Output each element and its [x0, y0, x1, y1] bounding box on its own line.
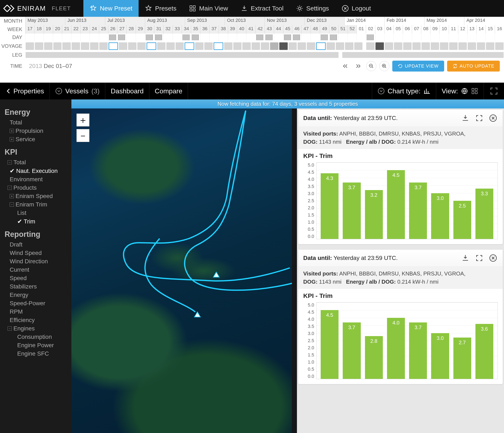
timeline-day[interactable]: [71, 34, 81, 41]
leg-segment[interactable]: [26, 52, 339, 58]
timeline-day[interactable]: [384, 34, 394, 41]
timeline-day[interactable]: [292, 34, 301, 41]
timeline-day[interactable]: [209, 34, 219, 41]
timeline-day[interactable]: [90, 34, 99, 41]
timeline-week[interactable]: 20: [53, 25, 62, 34]
map-zoom-out[interactable]: －: [76, 129, 90, 142]
timeline-week[interactable]: 49: [320, 25, 329, 34]
timeline-voyage[interactable]: [468, 42, 476, 50]
timeline-week[interactable]: 25: [99, 25, 108, 34]
timeline-voyage[interactable]: [128, 42, 136, 50]
timeline-day[interactable]: [219, 34, 228, 41]
timeline-day[interactable]: [228, 34, 237, 41]
sidebar-item-wind-direction[interactable]: Wind Direction: [5, 257, 69, 266]
map-panel[interactable]: ＋ －: [72, 108, 292, 433]
timeline-day[interactable]: [311, 34, 320, 41]
timeline-week[interactable]: 05: [394, 25, 403, 34]
timeline-week[interactable]: 07: [412, 25, 421, 34]
timeline-day[interactable]: [246, 34, 255, 41]
timeline-week[interactable]: 15: [486, 25, 495, 34]
sidebar-item-service[interactable]: ＋Service: [5, 135, 69, 144]
timeline-voyage[interactable]: [81, 42, 89, 50]
timeline-day[interactable]: [412, 34, 421, 41]
timeline-day[interactable]: [421, 34, 430, 41]
timeline-week[interactable]: 03: [375, 25, 384, 34]
timeline-voyage[interactable]: [270, 42, 279, 50]
timeline-week[interactable]: 01: [357, 25, 366, 34]
timeline-day[interactable]: [53, 34, 62, 41]
vessels-toggle[interactable]: Vessels (3): [50, 83, 105, 99]
timeline-week[interactable]: 35: [191, 25, 200, 34]
timeline-voyage[interactable]: [459, 42, 467, 50]
timeline-voyage[interactable]: [242, 42, 251, 50]
timeline-week[interactable]: 29: [136, 25, 145, 34]
sidebar-item-total[interactable]: Total: [5, 118, 69, 127]
prev-fast-icon[interactable]: [340, 61, 350, 71]
timeline-day[interactable]: [182, 34, 191, 41]
sidebar-item-wind-speed[interactable]: Wind Speed: [5, 249, 69, 257]
timeline-voyage[interactable]: [26, 42, 34, 50]
sidebar-item-naut-execution[interactable]: ✔Naut. Execution: [5, 167, 69, 175]
sidebar-item-efficiency[interactable]: Efficiency: [5, 316, 69, 324]
timeline-month[interactable]: Jan 2014: [344, 17, 384, 25]
timeline-week[interactable]: 27: [117, 25, 126, 34]
timeline-voyage[interactable]: [195, 42, 204, 50]
timeline-day[interactable]: [366, 34, 375, 41]
leg-segment[interactable]: [342, 52, 504, 58]
timeline-voyage[interactable]: [440, 42, 448, 50]
timeline-voyage[interactable]: [288, 42, 297, 50]
timeline-week[interactable]: 12: [458, 25, 467, 34]
close-icon[interactable]: [488, 113, 498, 123]
sidebar-item-speed[interactable]: Speed: [5, 274, 69, 282]
timeline-week[interactable]: 10: [440, 25, 449, 34]
timeline-voyage[interactable]: [376, 42, 384, 50]
timeline-week[interactable]: 36: [200, 25, 209, 34]
timeline-day[interactable]: [62, 34, 71, 41]
sidebar-item-speed-power[interactable]: Speed-Power: [5, 299, 69, 308]
timeline-voyage[interactable]: [204, 42, 213, 50]
timeline-voyage[interactable]: [336, 42, 344, 50]
timeline-week[interactable]: 06: [403, 25, 412, 34]
timeline-day[interactable]: [338, 34, 348, 41]
timeline-voyage[interactable]: [486, 42, 494, 50]
timeline-day[interactable]: [136, 34, 145, 41]
timeline-day[interactable]: [348, 34, 357, 41]
timeline-week[interactable]: 48: [311, 25, 320, 34]
timeline-day[interactable]: [237, 34, 246, 41]
timeline-week[interactable]: 21: [62, 25, 71, 34]
sidebar-item-propulsion[interactable]: ＋Propulsion: [5, 127, 69, 135]
download-icon[interactable]: [461, 113, 470, 123]
tab-dashboard[interactable]: Dashboard: [105, 83, 149, 99]
timeline-day[interactable]: [35, 34, 44, 41]
menu-logout[interactable]: Logout: [335, 0, 377, 17]
chart-type-selector[interactable]: Chart type:: [372, 83, 436, 99]
timeline-day[interactable]: [163, 34, 173, 41]
sidebar-item-environment[interactable]: Environment: [5, 175, 69, 183]
timeline-day[interactable]: [329, 34, 338, 41]
timeline-day[interactable]: [467, 34, 477, 41]
timeline-voyage[interactable]: [261, 42, 269, 50]
timeline-day[interactable]: [154, 34, 163, 41]
timeline-day[interactable]: [357, 34, 366, 41]
timeline-week[interactable]: 24: [90, 25, 99, 34]
timeline-day[interactable]: [283, 34, 292, 41]
timeline-voyage[interactable]: [166, 42, 175, 50]
timeline-voyage[interactable]: [422, 42, 430, 50]
timeline-month[interactable]: Aug 2013: [145, 17, 185, 25]
timeline-month[interactable]: May 2014: [424, 17, 464, 25]
timeline-month[interactable]: May 2013: [25, 17, 65, 25]
timeline-day[interactable]: [403, 34, 412, 41]
timeline-week[interactable]: 38: [219, 25, 228, 34]
timeline-week[interactable]: 40: [237, 25, 246, 34]
menu-main-view[interactable]: Main View: [183, 0, 234, 17]
timeline-day[interactable]: [99, 34, 108, 41]
timeline-day[interactable]: [301, 34, 311, 41]
view-selector[interactable]: View:: [436, 83, 484, 99]
timeline-voyage[interactable]: [90, 42, 99, 50]
timeline-day[interactable]: [440, 34, 449, 41]
timeline-voyage[interactable]: [431, 42, 439, 50]
sidebar-item-engines[interactable]: －Engines: [5, 324, 69, 333]
timeline-voyage[interactable]: [345, 42, 353, 50]
timeline-month[interactable]: Jul 2013: [105, 17, 145, 25]
sidebar-item-engine-sfc[interactable]: Engine SFC: [5, 349, 69, 358]
